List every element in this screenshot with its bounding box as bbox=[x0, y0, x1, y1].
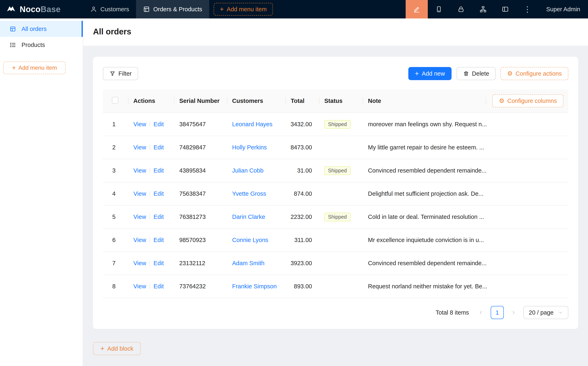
action-divider bbox=[150, 214, 150, 220]
table-row: 3 ViewEdit 43895834 Julian Cobb 31.00 Sh… bbox=[103, 159, 568, 182]
edit-link[interactable]: Edit bbox=[153, 260, 164, 267]
add-block-button[interactable]: + Add block bbox=[93, 342, 141, 355]
layout-button[interactable] bbox=[494, 0, 516, 18]
next-page-button[interactable] bbox=[507, 306, 520, 319]
configure-actions-button[interactable]: ⚙ Configure actions bbox=[500, 67, 568, 80]
ui-editor-button[interactable] bbox=[406, 0, 428, 18]
page-size-select[interactable]: 20 / page bbox=[523, 306, 568, 319]
table-row: 6 ViewEdit 98570923 Connie Lyons 311.00 … bbox=[103, 229, 568, 252]
page-number-button[interactable]: 1 bbox=[491, 306, 504, 319]
total-cell: 2232.00 bbox=[286, 214, 319, 220]
table-icon bbox=[9, 26, 16, 32]
header-separator bbox=[486, 97, 486, 104]
lock-button[interactable] bbox=[450, 0, 472, 18]
customer-link[interactable]: Adam Smith bbox=[232, 260, 264, 267]
action-divider bbox=[150, 260, 150, 266]
orders-table: Actions Serial Number Customers Total St… bbox=[103, 89, 568, 298]
note-cell: Cold in late or deal. Terminated resolut… bbox=[363, 214, 568, 220]
table-row: 4 ViewEdit 75638347 Yvette Gross 874.00 … bbox=[103, 182, 568, 206]
customer-link[interactable]: Leonard Hayes bbox=[232, 121, 272, 128]
customer-cell: Julian Cobb bbox=[227, 167, 286, 174]
table-row: 1 ViewEdit 38475647 Leonard Hayes 3432.0… bbox=[103, 113, 568, 136]
sidebar-item-all-orders[interactable]: All orders bbox=[0, 21, 83, 37]
view-link[interactable]: View bbox=[133, 190, 146, 197]
action-divider bbox=[150, 145, 150, 150]
mobile-preview-button[interactable] bbox=[428, 0, 450, 18]
sidebar-item-products[interactable]: Products bbox=[0, 37, 83, 53]
action-divider bbox=[150, 168, 150, 173]
topbar: NocoBase Customers Orders & Products + A… bbox=[0, 0, 588, 18]
select-all-checkbox[interactable] bbox=[112, 97, 118, 104]
note-cell: Delightful met sufficient projection ask… bbox=[363, 190, 568, 197]
total-cell: 31.00 bbox=[286, 167, 319, 174]
view-link[interactable]: View bbox=[133, 167, 146, 174]
column-header-note: Note bbox=[368, 98, 381, 104]
gear-icon: ⚙ bbox=[499, 98, 505, 104]
view-link[interactable]: View bbox=[133, 260, 146, 267]
view-link[interactable]: View bbox=[133, 144, 146, 151]
row-index: 4 bbox=[103, 190, 128, 197]
serial-number-cell: 73764232 bbox=[174, 283, 227, 290]
gear-icon: ⚙ bbox=[507, 70, 513, 77]
edit-link[interactable]: Edit bbox=[153, 283, 164, 290]
add-block-label: Add block bbox=[107, 345, 133, 352]
view-link[interactable]: View bbox=[133, 237, 146, 243]
configure-columns-button[interactable]: ⚙ Configure columns bbox=[492, 94, 563, 107]
nav-item-label: Orders & Products bbox=[153, 6, 202, 13]
column-header-customers: Customers bbox=[227, 98, 286, 104]
action-divider bbox=[150, 284, 150, 289]
edit-link[interactable]: Edit bbox=[153, 144, 164, 151]
serial-number-cell: 38475647 bbox=[174, 121, 227, 128]
customer-link[interactable]: Holly Perkins bbox=[232, 144, 267, 151]
edit-link[interactable]: Edit bbox=[153, 121, 164, 128]
filter-button[interactable]: Filter bbox=[103, 67, 138, 80]
table-body: 1 ViewEdit 38475647 Leonard Hayes 3432.0… bbox=[103, 113, 568, 298]
topbar-add-menu-item-label: Add menu item bbox=[227, 6, 267, 13]
customer-cell: Holly Perkins bbox=[227, 144, 286, 151]
more-button[interactable]: ⋮ bbox=[516, 0, 538, 18]
customer-cell: Yvette Gross bbox=[227, 190, 286, 197]
topbar-add-menu-item-button[interactable]: + Add menu item bbox=[214, 3, 273, 15]
status-badge: Shipped bbox=[324, 166, 351, 175]
column-header-serial-number: Serial Number bbox=[174, 98, 227, 104]
user-menu[interactable]: Super Admin bbox=[538, 0, 588, 18]
view-link[interactable]: View bbox=[133, 214, 146, 220]
configure-actions-label: Configure actions bbox=[515, 70, 562, 77]
actions-cell: ViewEdit bbox=[128, 167, 174, 174]
api-button[interactable] bbox=[472, 0, 494, 18]
nav-item-customers[interactable]: Customers bbox=[83, 0, 136, 18]
customer-link[interactable]: Frankie Simpson bbox=[232, 283, 277, 290]
customer-link[interactable]: Julian Cobb bbox=[232, 167, 264, 174]
customer-cell: Darin Clarke bbox=[227, 214, 286, 220]
edit-link[interactable]: Edit bbox=[153, 190, 164, 197]
edit-link[interactable]: Edit bbox=[153, 237, 164, 243]
row-index: 8 bbox=[103, 283, 128, 290]
prev-page-button[interactable] bbox=[474, 306, 487, 319]
table-header-row: Actions Serial Number Customers Total St… bbox=[103, 89, 568, 113]
customers-icon bbox=[90, 6, 97, 13]
status-badge: Shipped bbox=[324, 120, 351, 129]
customer-link[interactable]: Yvette Gross bbox=[232, 190, 266, 197]
table-toolbar: Filter + Add new Delete ⚙ bbox=[103, 67, 568, 80]
add-new-button[interactable]: + Add new bbox=[408, 67, 452, 80]
status-badge: Shipped bbox=[324, 213, 351, 221]
row-index: 6 bbox=[103, 237, 128, 244]
add-new-button-label: Add new bbox=[422, 70, 445, 77]
nocobase-logo-icon bbox=[6, 4, 16, 14]
customer-link[interactable]: Darin Clarke bbox=[232, 214, 265, 220]
total-cell: 8473.00 bbox=[286, 144, 319, 151]
delete-button[interactable]: Delete bbox=[456, 67, 496, 80]
customer-link[interactable]: Connie Lyons bbox=[232, 237, 268, 243]
total-cell: 893.00 bbox=[286, 283, 319, 290]
note-cell: Convinced resembled dependent remainde..… bbox=[363, 167, 568, 174]
table-row: 5 ViewEdit 76381273 Darin Clarke 2232.00… bbox=[103, 206, 568, 229]
edit-link[interactable]: Edit bbox=[153, 214, 164, 220]
serial-number-cell: 43895834 bbox=[174, 167, 227, 174]
status-cell: Shipped bbox=[319, 213, 363, 221]
view-link[interactable]: View bbox=[133, 283, 146, 290]
view-link[interactable]: View bbox=[133, 121, 146, 128]
nav-item-orders-products[interactable]: Orders & Products bbox=[136, 0, 209, 18]
edit-link[interactable]: Edit bbox=[153, 167, 164, 174]
total-cell: 311.00 bbox=[286, 237, 319, 244]
sidebar-add-menu-item-button[interactable]: + Add menu item bbox=[3, 61, 66, 74]
